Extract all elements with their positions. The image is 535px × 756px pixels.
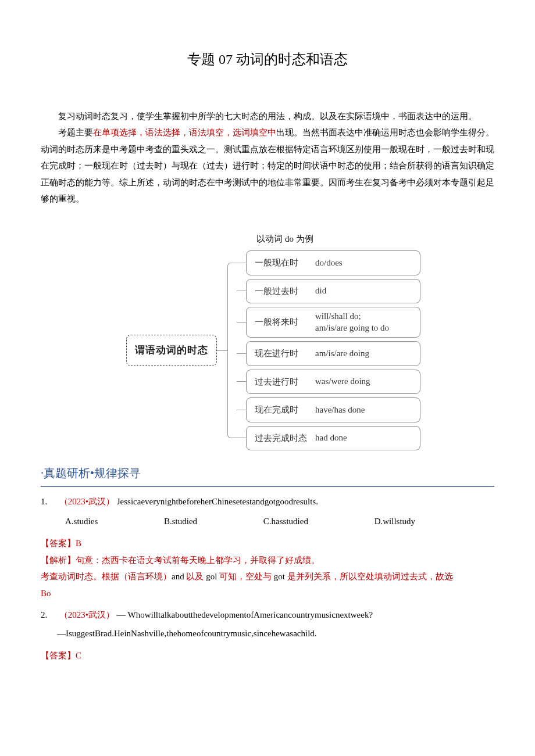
analysis-en-2: gol [206,572,217,581]
leaf-val: was/were doing [315,376,370,388]
diagram-leaf: 过去完成时态had done [237,426,420,451]
answer-label: 【答案】 [41,539,76,548]
leaf-key: 过去完成时态 [255,430,308,447]
q1-analysis-line2: 考查动词时态。根据（语言环境）and 以及 gol 可知，空处与 got 是并列… [41,568,494,585]
q2-stem-line1: 2. （2023•武汉） — Whowilltalkaboutthedevelo… [41,606,494,625]
question-2: 2. （2023•武汉） — Whowilltalkaboutthedevelo… [41,606,494,643]
q2-stem-line2: —IsuggestBrad.HeinNashville,thehomeofcou… [41,625,494,643]
diagram-leaf: 现在进行时am/is/are doing [237,341,420,366]
diagram-caption: 以动词 do 为例 [41,231,494,248]
answer-label: 【答案】 [41,651,76,660]
leaf-val: will/shall do; am/is/are going to do [315,311,389,334]
leaf-key: 过去进行时 [255,374,308,390]
section-title: ·真题研析•规律探寻 [41,462,494,487]
diagram-root: 谓语动词的时态 [126,335,217,366]
leaf-val: do/does [315,257,343,269]
q2-stem-pre: — [117,610,128,619]
diagram-leaves: 一般现在时do/does 一般过去时did 一般将来时will/shall do… [237,250,420,450]
question-1: 1. （2023•武汉） JessicaeverynightbeforeherC… [41,493,494,531]
diagram-connector [217,250,237,450]
leaf-key: 一般过去时 [255,283,308,300]
analysis-sentence: 句意：杰西卡在语文考试前每天晚上都学习，并取得了好成绩。 [76,556,320,565]
tense-diagram: 以动词 do 为例 谓语动词的时态 一般现在时do/does 一般过去时did … [41,231,494,451]
leaf-val: did [315,285,326,297]
q2-source: （2023•武汉） [59,610,115,619]
diagram-leaf: 现在完成时have/has done [237,397,420,422]
analysis-en-1: and [172,572,184,581]
q1-answer: 【答案】B [41,535,494,552]
diagram-leaf: 一般过去时did [237,279,420,304]
diagram-leaf: 一般现在时do/does [237,250,420,275]
q1-options: A.studies B.studied C.hasstudied D.wills… [41,513,494,531]
leaf-val: had done [315,432,347,444]
leaf-key: 一般现在时 [255,255,308,271]
intro-paragraph-1: 复习动词时态复习，使学生掌握初中所学的七大时态的用法，构成。以及在实际语境中，书… [41,108,494,125]
q1-option-d: D.willstudy [374,513,415,531]
q1-analysis-line3: Bo [41,585,494,602]
diagram-leaf: 过去进行时was/were doing [237,370,420,395]
q2-answer: 【答案】C [41,647,494,664]
intro-p2-pre: 考题主要 [58,128,93,137]
intro-p2-post: 出现。当然书面表达中准确运用时态也会影响学生得分。动词的时态历来是中考题中考查的… [41,128,494,203]
leaf-key: 现在完成时 [255,402,308,418]
analysis-label: 【解析】 [41,556,76,565]
q1-option-b: B.studied [164,513,197,531]
q1-number: 1. [41,493,57,511]
diagram-body: 谓语动词的时态 一般现在时do/does 一般过去时did 一般将来时will/… [52,250,494,450]
q1-source: （2023•武汉） [59,497,115,506]
q1-stem-line: 1. （2023•武汉） JessicaeverynightbeforeherC… [41,493,494,511]
leaf-val: have/has done [315,404,365,416]
leaf-val: am/is/are doing [315,348,369,360]
analysis-pre: 考查动词时态。根据（语言环境） [41,572,172,581]
q1-stem: JessicaeverynightbeforeherChinesetestand… [117,497,318,506]
answer-value: C [76,651,81,660]
intro-paragraph-2: 考题主要在单项选择，语法选择，语法填空，选词填空中出现。当然书面表达中准确运用时… [41,124,494,207]
answer-value: B [76,539,81,548]
q1-option-a: A.studies [65,513,98,531]
analysis-mid1: 以及 [184,572,206,581]
leaf-key: 现在进行时 [255,345,308,362]
page-title: 专题 07 动词的时态和语态 [41,46,494,73]
q2-number: 2. [41,606,57,625]
intro-p2-highlight: 在单项选择，语法选择，语法填空，选词填空中 [93,128,276,137]
q1-analysis: 【解析】句意：杰西卡在语文考试前每天晚上都学习，并取得了好成绩。 考查动词时态。… [41,552,494,602]
q1-option-c: C.hasstudied [263,513,308,531]
analysis-mid2: 可知，空处与 [217,572,274,581]
analysis-en-3: got [274,572,285,581]
analysis-post: 是并列关系，所以空处填动词过去式，故选 [285,572,453,581]
q2-stem: WhowilltalkaboutthedevelopmentofAmerican… [128,610,373,619]
q1-analysis-line1: 【解析】句意：杰西卡在语文考试前每天晚上都学习，并取得了好成绩。 [41,552,494,569]
diagram-leaf: 一般将来时will/shall do; am/is/are going to d… [237,307,420,338]
leaf-key: 一般将来时 [255,314,308,331]
